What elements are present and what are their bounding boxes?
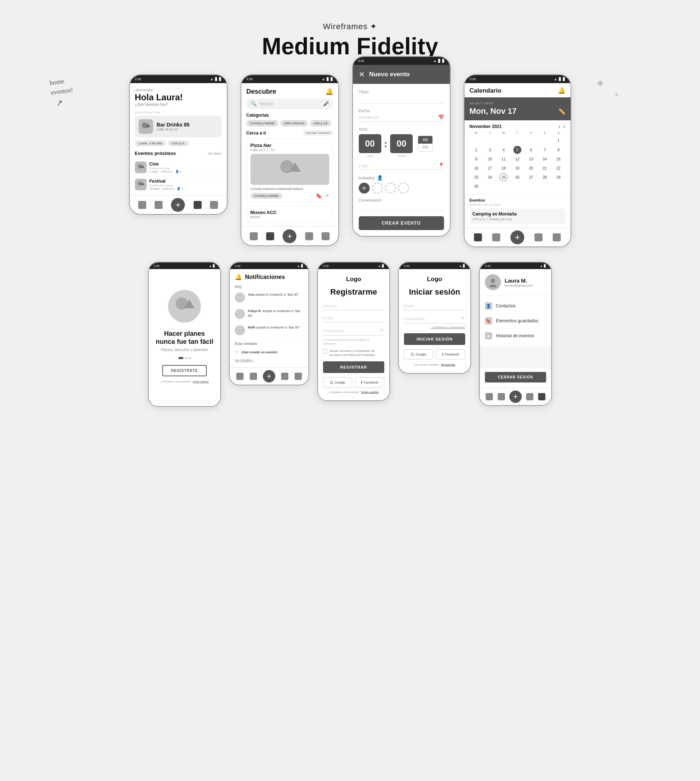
nav-srch-discover[interactable]	[266, 232, 274, 240]
cal-day-15[interactable]: 15	[555, 155, 563, 163]
google-btn-login[interactable]: G Google	[404, 349, 433, 359]
cal-day-4[interactable]: 4	[500, 146, 508, 154]
cal-day-28[interactable]: 28	[541, 173, 549, 181]
cal-day-6[interactable]: 6	[527, 146, 535, 154]
menu-item-guardados[interactable]: 🔖 Elementos guardados	[480, 314, 551, 329]
mic-icon[interactable]: 🎤	[323, 101, 329, 107]
cal-day-23[interactable]: 23	[472, 173, 480, 181]
cal-day-10[interactable]: 10	[486, 155, 494, 163]
nav-profile-icon[interactable]	[210, 201, 218, 209]
cal-day-16[interactable]: 16	[472, 164, 480, 172]
nav-prof-discover[interactable]	[322, 232, 330, 240]
cat-comida[interactable]: Comida y bebida	[247, 120, 278, 127]
notif-item-3[interactable]: Melli aceptó tu invitación a "Bar 85"	[230, 322, 308, 339]
ver-detalles-link[interactable]: Ver detalles ›	[230, 357, 308, 367]
change-location-btn[interactable]: Cambiar ubicación	[303, 130, 333, 136]
nav-prof-notif[interactable]	[295, 373, 302, 380]
nav-srch-cal[interactable]	[492, 234, 500, 241]
facebook-btn-reg[interactable]: f Facebook	[355, 377, 384, 387]
close-icon[interactable]: ✕	[359, 70, 365, 79]
lugar-input-row[interactable]: Lugar 📍	[359, 163, 444, 170]
fab-add-notif[interactable]: +	[263, 370, 275, 382]
cal-edit-icon[interactable]: ✏️	[558, 108, 565, 115]
email-field-login[interactable]: Email	[404, 302, 465, 310]
cal-day-7[interactable]: 7	[541, 146, 549, 154]
nav-srch-prof[interactable]	[498, 393, 505, 401]
cal-day-26[interactable]: 26	[513, 173, 522, 181]
cal-day-29[interactable]: 29	[555, 173, 563, 181]
cal-day-20[interactable]: 20	[527, 164, 535, 172]
nav-home-notif[interactable]	[281, 373, 288, 380]
place-card-1[interactable]: Pizza Nar Calle 23 # 7 - 22 Comida autén…	[247, 139, 333, 203]
cat-nocturna[interactable]: Vida nocturna	[280, 120, 308, 127]
forgot-link[interactable]: ¿Olvidaste tu contraseña?	[404, 325, 465, 329]
share-icon[interactable]: ↗	[325, 193, 329, 199]
add-invitado-btn[interactable]: +	[359, 183, 370, 194]
event-list-item-2[interactable]: Festival Creado por mamá 18 Sept. · 6:20…	[135, 176, 222, 193]
cal-day-11[interactable]: 11	[500, 155, 508, 163]
nav-srch-notif[interactable]	[250, 373, 257, 380]
cal-day-19[interactable]: 19	[513, 164, 522, 172]
minute-box[interactable]: 00	[390, 134, 413, 153]
cal-day-2[interactable]: 2	[472, 146, 480, 154]
eye-icon-login[interactable]: 👁	[460, 316, 465, 321]
event-list-item-1[interactable]: Cine Creado por Ana 9 Sept. · 4:00 p.m. …	[135, 159, 222, 176]
place1-category[interactable]: Comida y bebida	[250, 193, 283, 199]
fab-add-prof[interactable]: +	[509, 390, 522, 403]
eye-icon-reg[interactable]: 👁	[380, 328, 384, 333]
crear-evento-btn[interactable]: CREAR EVENTO	[359, 216, 444, 230]
splash-login-action[interactable]: Inicia sesión	[193, 380, 209, 383]
cal-event-item[interactable]: Camping en Montaña 2:00 p.m. | Creado po…	[470, 209, 565, 224]
cal-day-3[interactable]: 3	[486, 146, 494, 154]
nav-cal-cal[interactable]	[474, 234, 482, 241]
cal-bell-icon[interactable]: 🔔	[558, 87, 565, 94]
usuario-field[interactable]: Usuario	[323, 302, 384, 310]
password-field-reg[interactable]: Contraseña 👁	[323, 326, 384, 335]
nav-prof-cal[interactable]	[553, 234, 561, 241]
cal-day-12[interactable]: 12	[513, 155, 522, 163]
fab-add-cal[interactable]: +	[510, 230, 524, 244]
password-field-login[interactable]: Contraseña 👁	[404, 314, 465, 324]
ver-todos-link[interactable]: Ver todos	[207, 152, 221, 155]
login-register-action[interactable]: Regístrate	[441, 363, 455, 366]
google-btn-reg[interactable]: G Google	[323, 377, 352, 387]
cal-day-25-highlighted[interactable]: 25	[500, 173, 508, 181]
week-event-item[interactable]: ☆ ¡Has creado un evento!	[230, 347, 308, 357]
nav-home-prof[interactable]	[526, 393, 533, 401]
cat-arte[interactable]: Arte y cul	[310, 120, 331, 127]
fecha-input-row[interactable]: DD/MM/AA 📅	[359, 115, 444, 122]
cal-day-5-today[interactable]: 5	[513, 146, 522, 154]
nav-cal-notif[interactable]	[236, 373, 243, 380]
nav-cal-prof[interactable]	[486, 393, 493, 401]
splash-register-btn[interactable]: REGÍSTRATE	[162, 365, 207, 376]
cal-day-17[interactable]: 17	[486, 164, 494, 172]
menu-item-contactos[interactable]: 👤 Contactos	[480, 299, 551, 314]
cal-day-27[interactable]: 27	[527, 173, 535, 181]
cal-day-14[interactable]: 14	[541, 155, 549, 163]
terms-checkbox[interactable]	[323, 349, 327, 354]
notif-item-2[interactable]: Felipe R. aceptó tu invitación a "Bar 85…	[230, 306, 308, 322]
bookmark-icon[interactable]: 🔖	[316, 193, 322, 199]
comentarios-input[interactable]	[359, 204, 444, 211]
facebook-btn-login[interactable]: f Facebook	[436, 349, 465, 359]
logout-btn[interactable]: CERRAR SESIÓN	[485, 372, 546, 382]
am-pm-selector[interactable]: AM PM	[418, 136, 433, 152]
cal-day-22[interactable]: 22	[555, 164, 563, 172]
cal-day-18[interactable]: 18	[500, 164, 508, 172]
nav-home-discover[interactable]	[305, 232, 313, 240]
nav-calendar-icon[interactable]	[138, 201, 146, 209]
am-option[interactable]: AM	[418, 136, 432, 144]
cal-next-btn[interactable]: ›	[563, 123, 565, 130]
location-icon[interactable]: 📍	[438, 163, 444, 168]
cal-day-8[interactable]: 8	[555, 146, 563, 154]
fab-add-discover[interactable]: +	[283, 229, 297, 243]
calendar-icon[interactable]: 📅	[438, 115, 444, 120]
search-bar[interactable]: 🔍 Search 🎤	[247, 98, 333, 109]
cal-day-21[interactable]: 21	[541, 164, 549, 172]
menu-item-historial[interactable]: 📋 Historial de eventos	[480, 329, 551, 344]
nav-prof-prof[interactable]	[538, 393, 545, 401]
notif-item-1[interactable]: Ana aceptó tu invitación a "Bar 85"	[230, 289, 308, 306]
pm-option[interactable]: PM	[418, 144, 432, 151]
nav-search-icon[interactable]	[155, 201, 163, 209]
cal-prev-btn[interactable]: ‹	[558, 123, 560, 130]
